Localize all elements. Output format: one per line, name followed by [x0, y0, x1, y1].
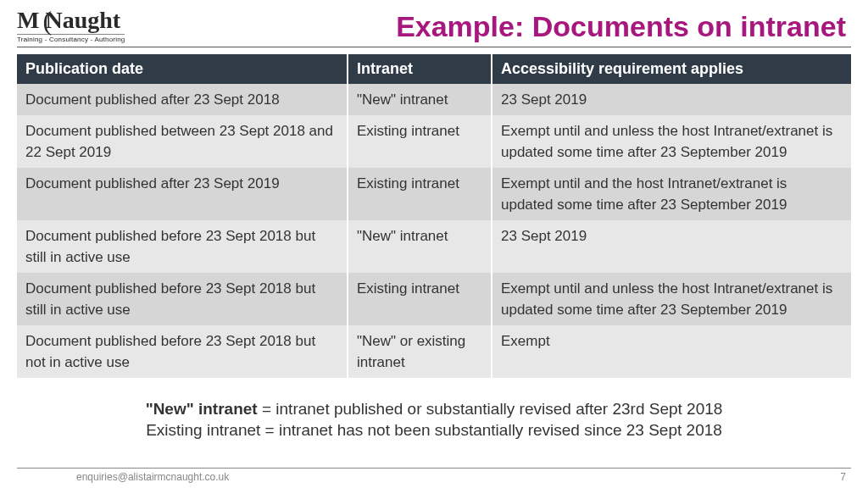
cell-intranet: Existing intranet	[348, 168, 492, 220]
cell-intranet: Existing intranet	[348, 273, 492, 325]
col-header-publication-date: Publication date	[17, 54, 348, 84]
col-header-intranet: Intranet	[348, 54, 492, 84]
table-row: Document published before 23 Sept 2018 b…	[17, 325, 851, 378]
slide-title: Example: Documents on intranet	[396, 8, 851, 43]
logo-tagline: Training - Consultancy - Authoring	[17, 34, 125, 43]
slide-footer: enquiries@alistairmcnaught.co.uk 7	[17, 468, 851, 483]
note-new-intranet: "New" intranet = intranet published or s…	[34, 398, 834, 420]
cell-accessibility: 23 Sept 2019	[492, 84, 851, 115]
logo-text: M (Naught	[17, 8, 120, 32]
table-row: Document published between 23 Sept 2018 …	[17, 115, 851, 168]
cell-publication-date: Document published after 23 Sept 2019	[17, 168, 348, 220]
title-rule	[17, 47, 851, 47]
cell-publication-date: Document published before 23 Sept 2018 b…	[17, 220, 348, 273]
note-new-label: "New" intranet	[146, 400, 258, 418]
table-row: Document published after 23 Sept 2019 Ex…	[17, 168, 851, 220]
cell-intranet: "New" or existing intranet	[348, 325, 492, 378]
cell-intranet: "New" intranet	[348, 84, 492, 115]
table-row: Document published before 23 Sept 2018 b…	[17, 220, 851, 273]
note-new-def: = intranet published or substantially re…	[258, 400, 723, 418]
note-existing-intranet: Existing intranet = intranet has not bee…	[34, 419, 834, 441]
cell-accessibility: Exempt until and unless the host Intrane…	[492, 273, 851, 325]
definition-notes: "New" intranet = intranet published or s…	[34, 398, 834, 441]
cell-accessibility: Exempt until and the host Intranet/extra…	[492, 168, 851, 220]
footer-email: enquiries@alistairmcnaught.co.uk	[17, 471, 229, 483]
brand-logo: M (Naught Training - Consultancy - Autho…	[17, 8, 125, 43]
documents-table: Publication date Intranet Accessibility …	[17, 54, 851, 378]
page-number: 7	[840, 471, 851, 483]
cell-accessibility: Exempt	[492, 325, 851, 378]
table-row: Document published before 23 Sept 2018 b…	[17, 273, 851, 325]
cell-publication-date: Document published before 23 Sept 2018 b…	[17, 325, 348, 378]
table-row: Document published after 23 Sept 2018 "N…	[17, 84, 851, 115]
cell-accessibility: Exempt until and unless the host Intrane…	[492, 115, 851, 168]
cell-accessibility: 23 Sept 2019	[492, 220, 851, 273]
cell-publication-date: Document published after 23 Sept 2018	[17, 84, 348, 115]
table-header-row: Publication date Intranet Accessibility …	[17, 54, 851, 84]
cell-intranet: "New" intranet	[348, 220, 492, 273]
cell-publication-date: Document published between 23 Sept 2018 …	[17, 115, 348, 168]
col-header-accessibility: Accessibility requirement applies	[492, 54, 851, 84]
cell-publication-date: Document published before 23 Sept 2018 b…	[17, 273, 348, 325]
cell-intranet: Existing intranet	[348, 115, 492, 168]
